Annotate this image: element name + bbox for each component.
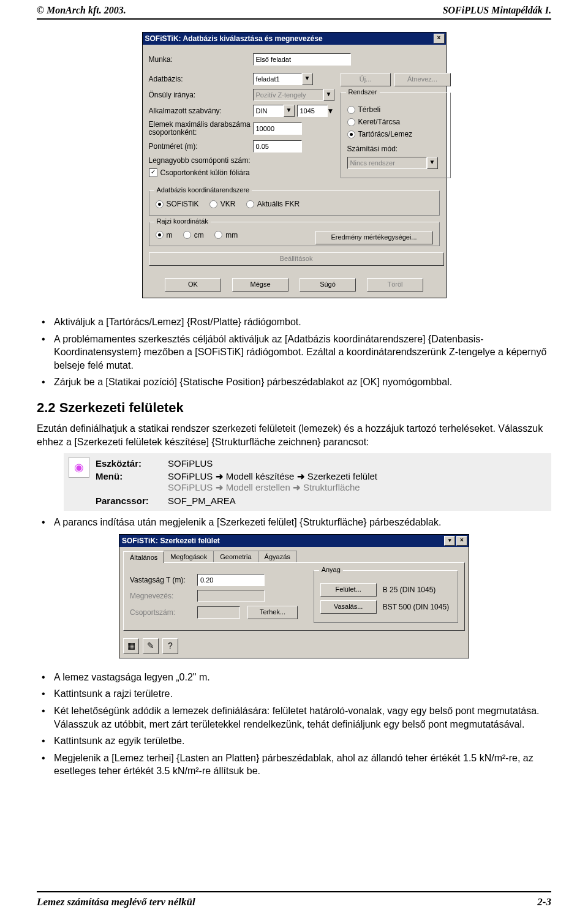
- tab-bar: Általános Megfogások Geometria Ágyazás: [119, 547, 469, 562]
- input-elemmax[interactable]: 10000: [253, 122, 302, 135]
- dropdown-szabvany[interactable]: DIN▼: [253, 105, 295, 117]
- input-megnevezes: [197, 590, 265, 602]
- label-szabvany: Alkalmazott szabvány:: [149, 107, 253, 115]
- dialog-title: SOFiSTiK: Adatbázis kiválasztása és megn…: [145, 34, 323, 43]
- button-terhek[interactable]: Terhek...: [247, 606, 298, 619]
- radio-mm[interactable]: mm: [214, 231, 238, 239]
- tool-icon[interactable]: ▦: [123, 638, 139, 654]
- tab-geometria[interactable]: Geometria: [213, 551, 258, 562]
- dropdown-adatbazis[interactable]: feladat1▼: [253, 73, 313, 85]
- input-csoportszam: [197, 606, 240, 619]
- command-box: ◉ Eszköztár:SOFiPLUS Menü:SOFiPLUS ➜ Mod…: [64, 453, 551, 511]
- radio-keret[interactable]: Keret/Tárcsa: [347, 118, 401, 126]
- button-sugo[interactable]: Súgó: [300, 278, 356, 292]
- button-torol: Töröl: [367, 278, 423, 292]
- button-ok[interactable]: OK: [165, 278, 221, 292]
- tab-agyazas[interactable]: Ágyazás: [258, 551, 297, 562]
- group-anyag: Felület...B 25 (DIN 1045) Vasalás...BST …: [314, 570, 458, 623]
- header-left: © MonArch kft. 2003.: [37, 5, 126, 16]
- list-item: A problémamentes szerkesztés céljából ak…: [54, 333, 551, 372]
- radio-vkr[interactable]: VKR: [209, 200, 236, 208]
- list-item: Kattintsunk a rajzi területre.: [54, 687, 551, 701]
- radio-cm[interactable]: cm: [183, 231, 204, 239]
- dropdown-onsuly: Pozitív Z-tengely▼: [253, 89, 334, 101]
- list-item: Zárjuk be a [Statikai pozíció] {Statisch…: [54, 375, 551, 389]
- tab-megfogasok[interactable]: Megfogások: [164, 551, 214, 562]
- button-beallitasok: Beállítások: [149, 252, 444, 266]
- header-right: SOFiPLUS Mintapéldák I.: [443, 5, 551, 16]
- label-csomopont: Legnagyobb csomóponti szám:: [149, 156, 290, 165]
- dialog-szerkezeti-felulet: SOFiSTiK: Szerkezeti felület ▾ × Általán…: [119, 534, 469, 658]
- list-item: Megjelenik a [Lemez terhei] {Lasten an P…: [54, 752, 551, 778]
- chevron-down-icon[interactable]: ▼: [327, 107, 334, 115]
- label-csoportszam: Csoportszám:: [130, 608, 197, 617]
- pin-icon[interactable]: ▾: [444, 536, 455, 546]
- radio-tartoracs[interactable]: Tartórács/Lemez: [347, 130, 413, 138]
- close-icon[interactable]: ×: [456, 536, 467, 546]
- button-uj: Új...: [341, 73, 391, 86]
- bullet-list-3: A lemez vastagsága legyen „0.2" m. Katti…: [37, 671, 551, 778]
- list-item: A parancs indítása után megjelenik a [Sz…: [54, 516, 551, 529]
- help-icon[interactable]: ?: [162, 638, 178, 654]
- button-felulet[interactable]: Felület...: [320, 583, 377, 597]
- label-adatbazis: Adatbázis:: [149, 75, 253, 83]
- section-heading: 2.2 Szerkezeti felületek: [37, 400, 551, 416]
- input-vastagsag[interactable]: 0.20: [197, 574, 265, 586]
- text-felulet-value: B 25 (DIN 1045): [383, 586, 436, 594]
- bullet-list-1: Aktiváljuk a [Tartórács/Lemez] {Rost/Pla…: [37, 315, 551, 389]
- checkbox-kulon-folia[interactable]: ✓Csoportonként külön fóliára: [149, 168, 250, 177]
- list-item: Két lehetőségünk adódik a lemezek defini…: [54, 704, 551, 731]
- dropdown-szamitasi-mod: Nincs rendszer▼: [347, 157, 438, 169]
- chevron-down-icon[interactable]: ▼: [284, 105, 295, 117]
- button-vasalas[interactable]: Vasalás...: [320, 600, 377, 614]
- list-item: A lemez vastagsága legyen „0.2" m.: [54, 671, 551, 684]
- radio-m[interactable]: m: [156, 231, 173, 239]
- tool-icon[interactable]: ✎: [143, 638, 159, 654]
- button-eredmeny-me[interactable]: Eredmény mértékegységei...: [315, 231, 433, 244]
- toolbar-icon: ◉: [69, 457, 89, 478]
- label-vastagsag: Vastagság T (m):: [130, 576, 197, 584]
- chevron-down-icon[interactable]: ▼: [302, 73, 313, 85]
- close-icon[interactable]: ×: [434, 34, 445, 43]
- group-rajzi: m cm mm Eredmény mértékegységei...: [149, 222, 440, 247]
- label-elemmax: Elemek maximális darabszáma csoportonkén…: [149, 121, 253, 137]
- list-item: Aktiváljuk a [Tartórács/Lemez] {Rost/Pla…: [54, 315, 551, 329]
- label-pontmeret: Pontméret (m):: [149, 142, 253, 151]
- list-item: Kattintsunk az egyik területbe.: [54, 734, 551, 748]
- dialog2-title: SOFiSTiK: Szerkezeti felület: [122, 537, 220, 545]
- bullet-list-2: A parancs indítása után megjelenik a [Sz…: [37, 516, 551, 529]
- label-onsuly: Önsúly iránya:: [149, 91, 253, 99]
- label-megnevezes: Megnevezés:: [130, 592, 197, 600]
- chevron-down-icon: ▼: [427, 157, 438, 169]
- button-megse[interactable]: Mégse: [232, 278, 288, 292]
- radio-sofistik[interactable]: SOFiSTiK: [156, 200, 199, 208]
- footer-left: Lemez számítása meglévő terv nélkül: [37, 896, 195, 908]
- dialog2-toolbar: ▦ ✎ ?: [119, 635, 469, 658]
- radio-terbeli[interactable]: Térbeli: [347, 105, 381, 114]
- group-rendszer: Térbeli Keret/Tárcsa Tartórács/Lemez Szá…: [341, 92, 451, 178]
- button-atnevez: Átnevez...: [394, 73, 451, 86]
- input-pontmeret[interactable]: 0.05: [253, 140, 302, 153]
- group-koord: SOFiSTiK VKR Aktuális FKR: [149, 190, 440, 216]
- tab-altalanos[interactable]: Általános: [123, 551, 164, 563]
- input-szabvany-szam[interactable]: 1045: [297, 105, 328, 117]
- label-munka: Munka:: [149, 55, 253, 64]
- text-vasalas-value: BST 500 (DIN 1045): [383, 603, 450, 611]
- chevron-down-icon: ▼: [323, 89, 334, 101]
- radio-aktualis-fkr[interactable]: Aktuális FKR: [246, 200, 300, 208]
- paragraph: Ezután definiálhatjuk a statikai rendsze…: [37, 422, 551, 448]
- input-munka[interactable]: Első feladat: [253, 53, 351, 66]
- footer-right: 2-3: [537, 896, 551, 908]
- dialog-database: SOFiSTiK: Adatbázis kiválasztása és megn…: [142, 32, 447, 298]
- label-szamitasi-mod: Számítási mód:: [347, 145, 398, 153]
